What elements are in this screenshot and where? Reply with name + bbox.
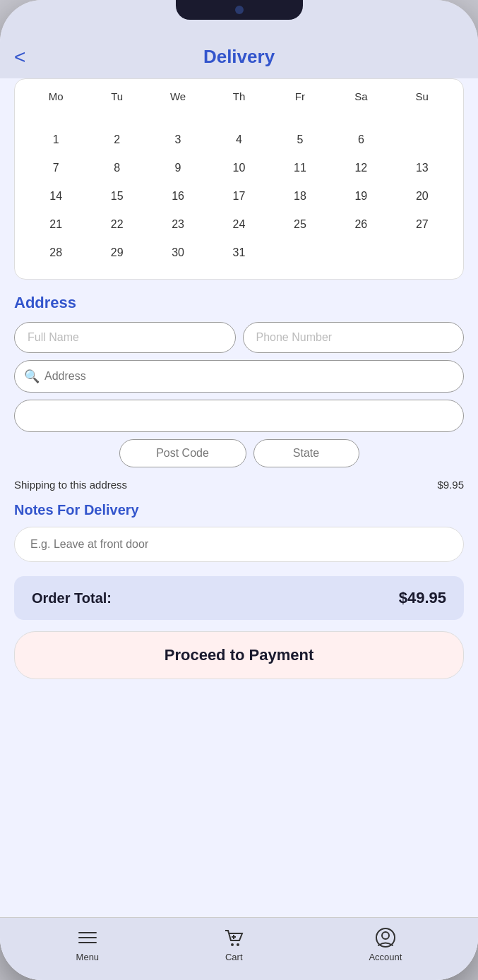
calendar-day[interactable]: 31	[208, 241, 269, 265]
svg-point-8	[382, 932, 389, 939]
calendar-day[interactable]: 12	[330, 156, 391, 180]
calendar-day	[392, 128, 453, 152]
calendar-day[interactable]: 3	[148, 128, 208, 152]
nav-cart-label: Cart	[225, 952, 243, 962]
svg-point-4	[237, 943, 239, 946]
state-input[interactable]	[253, 439, 359, 467]
order-total-box: Order Total: $49.95	[14, 576, 464, 620]
calendar-day[interactable]: 18	[270, 184, 330, 208]
calendar-day-header: Mo	[25, 86, 86, 107]
calendar-day[interactable]: 29	[86, 241, 147, 265]
calendar-day[interactable]: 9	[148, 156, 208, 180]
calendar-day	[270, 241, 330, 265]
notes-section: Notes For Delivery	[14, 502, 464, 576]
calendar-day-header: We	[148, 86, 208, 107]
order-total-amount: $49.95	[399, 589, 446, 607]
calendar-day-header: Th	[208, 86, 269, 107]
svg-point-3	[231, 943, 234, 946]
screen: < Delivery MoTuWeThFrSaSu 12345678910111…	[0, 39, 478, 980]
address-title: Address	[14, 294, 464, 312]
notes-title: Notes For Delivery	[14, 502, 464, 518]
order-total-label: Order Total:	[32, 590, 112, 606]
calendar-day	[392, 112, 453, 124]
nav-menu[interactable]: Menu	[76, 926, 100, 962]
payment-button[interactable]: Proceed to Payment	[14, 631, 464, 679]
shipping-row: Shipping to this address $9.95	[14, 474, 464, 502]
calendar-day[interactable]: 15	[86, 184, 147, 208]
calendar-day[interactable]: 25	[270, 213, 330, 237]
calendar-day-header: Tu	[86, 86, 147, 107]
menu-icon	[76, 926, 99, 949]
calendar-day[interactable]: 21	[25, 213, 86, 237]
page-title: Delivery	[203, 46, 275, 68]
calendar-day[interactable]: 1	[25, 128, 86, 152]
calendar-day[interactable]: 4	[208, 128, 269, 152]
calendar-day[interactable]: 2	[86, 128, 147, 152]
notes-input[interactable]	[14, 527, 464, 562]
calendar-day	[330, 112, 391, 124]
full-name-input[interactable]	[14, 322, 236, 353]
nav-account-label: Account	[369, 952, 402, 962]
shipping-cost: $9.95	[437, 479, 464, 491]
search-icon: 🔍	[24, 369, 40, 384]
calendar-day[interactable]: 5	[270, 128, 330, 152]
postcode-input[interactable]	[119, 439, 246, 467]
calendar-day[interactable]: 11	[270, 156, 330, 180]
calendar-day[interactable]: 13	[392, 156, 453, 180]
calendar-day-header: Fr	[270, 86, 330, 107]
address-input[interactable]	[14, 360, 464, 393]
svg-point-7	[376, 928, 395, 947]
header: < Delivery	[0, 39, 478, 78]
account-icon	[374, 926, 397, 949]
shipping-label: Shipping to this address	[14, 479, 127, 491]
calendar-day[interactable]: 23	[148, 213, 208, 237]
calendar-day[interactable]: 20	[392, 184, 453, 208]
calendar-day	[208, 112, 269, 124]
calendar-day[interactable]: 10	[208, 156, 269, 180]
calendar-day[interactable]: 24	[208, 213, 269, 237]
calendar-day[interactable]: 27	[392, 213, 453, 237]
phone-input[interactable]	[243, 322, 465, 353]
calendar-day-header: Su	[392, 86, 453, 107]
calendar-day[interactable]: 26	[330, 213, 391, 237]
main-content: MoTuWeThFrSaSu 1234567891011121314151617…	[0, 78, 478, 917]
calendar-header-row: MoTuWeThFrSaSu	[25, 86, 453, 107]
back-button[interactable]: <	[14, 46, 25, 68]
nav-menu-label: Menu	[76, 952, 100, 962]
notch-bar	[0, 0, 478, 39]
camera-dot	[235, 6, 244, 14]
bottom-nav: Menu Cart Account	[0, 917, 478, 980]
nav-cart[interactable]: Cart	[222, 926, 245, 962]
calendar-day[interactable]: 14	[25, 184, 86, 208]
address-section: Address 🔍 Shipping to this address $9	[14, 294, 464, 502]
calendar-day[interactable]: 6	[330, 128, 391, 152]
calendar-day	[25, 112, 86, 124]
calendar-day[interactable]: 7	[25, 156, 86, 180]
calendar: MoTuWeThFrSaSu 1234567891011121314151617…	[14, 78, 464, 280]
calendar-day[interactable]: 30	[148, 241, 208, 265]
postcode-state-row	[14, 439, 464, 467]
calendar-day	[86, 112, 147, 124]
calendar-day[interactable]: 17	[208, 184, 269, 208]
notch	[176, 0, 303, 20]
calendar-day-header: Sa	[330, 86, 391, 107]
calendar-day	[148, 112, 208, 124]
nav-account[interactable]: Account	[369, 926, 402, 962]
address2-input[interactable]	[14, 400, 464, 432]
calendar-day[interactable]: 19	[330, 184, 391, 208]
name-phone-row	[14, 322, 464, 353]
calendar-day[interactable]: 16	[148, 184, 208, 208]
calendar-grid: 1234567891011121314151617181920212223242…	[25, 112, 453, 265]
calendar-day[interactable]: 8	[86, 156, 147, 180]
address-search-wrapper: 🔍	[14, 360, 464, 393]
calendar-day[interactable]: 22	[86, 213, 147, 237]
calendar-day	[392, 241, 453, 265]
calendar-day[interactable]: 28	[25, 241, 86, 265]
calendar-day	[330, 241, 391, 265]
phone-shell: < Delivery MoTuWeThFrSaSu 12345678910111…	[0, 0, 478, 980]
calendar-day	[270, 112, 330, 124]
cart-icon	[222, 926, 245, 949]
